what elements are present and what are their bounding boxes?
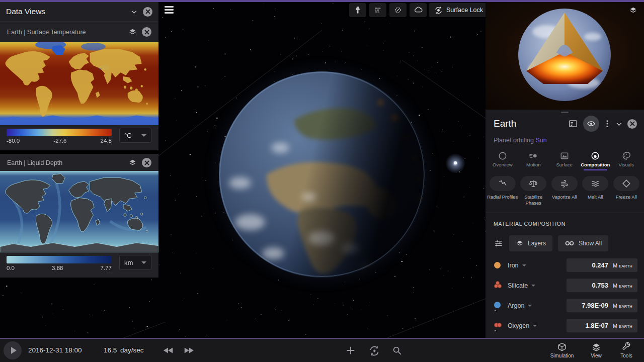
wrench-icon (610, 341, 643, 353)
dropdown-caret-icon (141, 261, 146, 264)
radial-profiles-button[interactable]: Radial Profiles (487, 176, 518, 206)
unit-value: °C (124, 132, 132, 139)
view-menu-button[interactable]: View (580, 341, 613, 358)
vaporize-all-button[interactable]: Vaporize All (549, 176, 580, 206)
iron-icon (494, 260, 508, 270)
surface-temperature-view-header: Earth | Surface Temperature (0, 21, 158, 42)
collapse-chevron-icon[interactable] (130, 8, 138, 16)
surface-lock-label: Surface Lock (446, 7, 483, 14)
material-value-field[interactable]: 7.98E-09 M EARTH (567, 299, 637, 312)
flashlight-tool-button[interactable] (349, 3, 366, 17)
material-value-field[interactable]: 1.8E-07 M EARTH (567, 319, 637, 332)
scale-mid: 3.88 (52, 265, 63, 271)
filter-sliders-icon[interactable] (494, 238, 504, 248)
planet-tabs: Overview Motion Surface Composition (486, 145, 644, 170)
layers-icon[interactable] (128, 28, 137, 36)
material-row-oxygen: Oxygen 1.8E-07 M EARTH (486, 316, 644, 336)
chevron-down-icon (533, 325, 537, 327)
argon-icon (494, 301, 508, 311)
layers-icon[interactable] (629, 6, 637, 15)
layers-button[interactable]: Layers (509, 235, 552, 251)
layers-icon[interactable] (128, 158, 137, 167)
scale-min: -80.0 (7, 138, 20, 144)
close-icon[interactable] (627, 119, 637, 129)
menu-icon[interactable] (165, 6, 174, 14)
temperature-unit-dropdown[interactable]: °C (119, 128, 151, 143)
waves-icon (590, 178, 600, 189)
play-button[interactable] (4, 341, 22, 359)
radial-profiles-icon (498, 178, 508, 189)
chevron-down-icon (531, 285, 535, 287)
readout-panel-icon[interactable] (568, 118, 579, 129)
melt-all-button[interactable]: Melt All (580, 176, 611, 206)
material-name[interactable]: Silicate (508, 282, 535, 289)
overview-icon (487, 149, 518, 162)
composition-actions: Radial Profiles Stabilize Phases Vaporiz… (486, 170, 644, 206)
material-name[interactable]: Argon (508, 302, 532, 309)
liquid-depth-view-header: Earth | Liquid Depth (0, 154, 158, 171)
speed-up-button[interactable] (183, 346, 194, 355)
material-row-iron: Iron 0.247 M EARTH (486, 255, 644, 276)
planet-subtitle: Planet orbiting Sun (486, 133, 644, 145)
material-value-field[interactable]: 0.753 M EARTH (567, 279, 637, 292)
earth-cutaway-image (517, 8, 612, 102)
planet-panel: Earth Planet orbiting Sun (486, 2, 644, 338)
material-value-field[interactable]: 0.247 M EARTH (567, 258, 637, 272)
tab-motion[interactable]: Motion (518, 149, 549, 170)
sim-speed-value: 16.5 (104, 346, 117, 354)
reset-view-button[interactable] (368, 345, 380, 357)
visibility-eye-button[interactable] (583, 116, 599, 132)
tab-composition[interactable]: Composition (580, 149, 611, 170)
diamond-icon (621, 178, 631, 189)
surface-icon (549, 149, 580, 162)
material-name[interactable]: Oxygen (508, 322, 537, 329)
layers-icon (580, 341, 613, 353)
search-button[interactable] (391, 345, 403, 356)
surface-lock-button[interactable]: Surface Lock (429, 3, 489, 17)
earth-globe[interactable] (219, 71, 425, 278)
effects-toggle-button[interactable] (389, 3, 407, 17)
panel-drag-handle[interactable] (561, 112, 569, 113)
depth-colorbar (7, 256, 112, 263)
add-object-button[interactable] (345, 345, 356, 356)
oxygen-icon (494, 321, 508, 331)
material-name[interactable]: Iron (508, 262, 526, 269)
close-icon[interactable] (143, 7, 152, 17)
gear-slash-icon (393, 6, 403, 15)
stabilize-phases-button[interactable]: Stabilize Phases (518, 176, 549, 206)
liquid-depth-map (0, 171, 158, 252)
depth-unit-dropdown[interactable]: km (119, 255, 151, 270)
temperature-colorbar (7, 129, 112, 136)
tools-menu-button[interactable]: Tools (610, 341, 643, 358)
data-views-panel: Data Views Earth | Surface Temperature (0, 2, 158, 278)
clouds-toggle-button[interactable] (410, 3, 427, 17)
scale-min: 0.0 (7, 265, 15, 271)
kebab-menu-icon[interactable] (604, 120, 611, 128)
vapor-icon (559, 178, 570, 189)
close-icon[interactable] (142, 158, 151, 167)
view-title: Earth | Liquid Depth (7, 159, 123, 166)
window-top-accent (0, 0, 644, 2)
scale-max: 24.8 (101, 138, 112, 144)
composition-icon (580, 149, 611, 162)
data-list-icon (373, 6, 382, 15)
data-views-header: Data Views (0, 2, 158, 21)
show-all-button[interactable]: Show All (558, 235, 608, 251)
data-views-tool-button[interactable] (369, 3, 386, 17)
collapse-chevron-icon[interactable] (615, 120, 623, 128)
tab-visuals[interactable]: Visuals (611, 149, 642, 170)
material-row-silicate: Silicate 0.753 M EARTH (486, 276, 644, 296)
simulation-menu-button[interactable]: Simulation (545, 341, 579, 358)
freeze-all-button[interactable]: Freeze All (611, 176, 642, 206)
material-composition-title: MATERIAL COMPOSITION (486, 213, 644, 227)
layers-icon (516, 239, 524, 247)
balance-scale-icon (528, 178, 538, 189)
tab-surface[interactable]: Surface (549, 149, 580, 170)
sun-link[interactable]: Sun (535, 137, 546, 144)
time-control-bar: 2016-12-31 18:00 16.5 day/sec Simulation… (0, 338, 644, 362)
scale-mid: -27.6 (53, 138, 66, 144)
close-icon[interactable] (142, 27, 151, 37)
tab-overview[interactable]: Overview (487, 149, 518, 170)
visuals-icon (611, 149, 642, 162)
slow-down-button[interactable] (163, 346, 174, 355)
